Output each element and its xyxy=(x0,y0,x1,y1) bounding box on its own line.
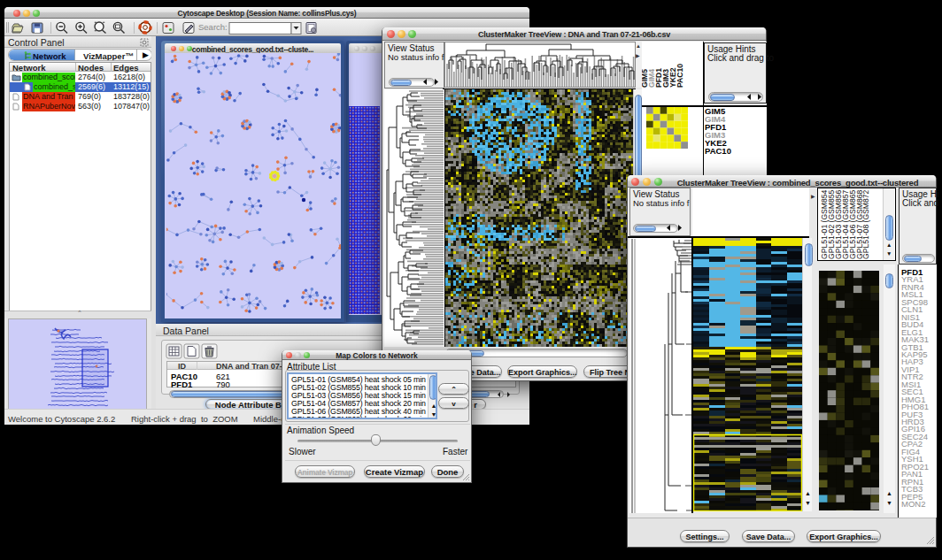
svg-text:GPL51-08 (GSM872: GPL51-08 (GSM872 xyxy=(861,189,870,259)
svg-text:Search:: Search: xyxy=(198,22,228,32)
svg-text:PAC10: PAC10 xyxy=(676,64,684,88)
